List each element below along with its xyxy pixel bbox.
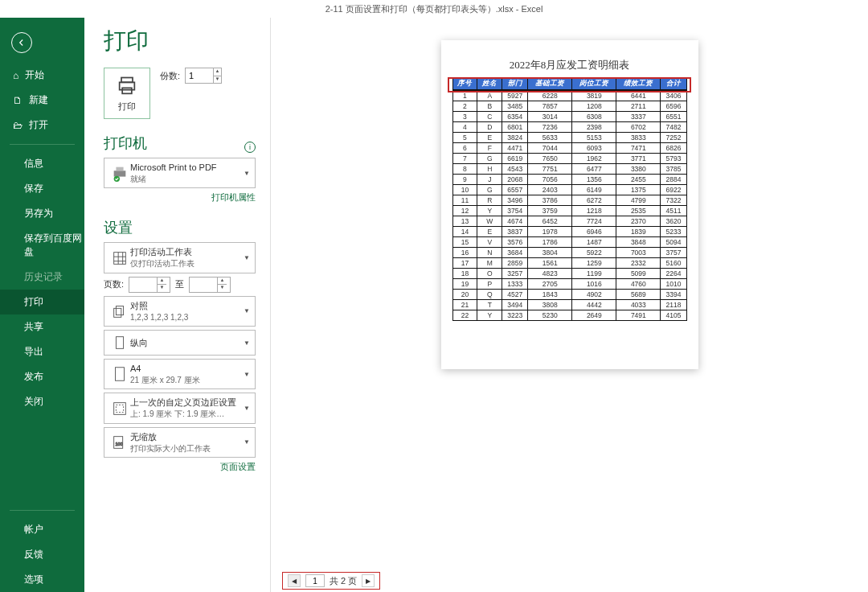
table-row: 10G65572403614913756922 — [452, 185, 686, 195]
nav-feedback[interactable]: 反馈 — [0, 542, 84, 567]
nav-start[interactable]: ⌂开始 — [0, 63, 84, 88]
print-settings-pane: 打印 打印 份数: ▲▼ 打印机 i Microsoft Print to PD… — [84, 18, 271, 592]
pager: ◀ 共 2 页 ▶ — [271, 569, 868, 592]
nav-account[interactable]: 帐户 — [0, 517, 84, 542]
nav-baidu[interactable]: 保存到百度网盘 — [0, 226, 84, 265]
scaling-dropdown[interactable]: 100 无缩放打印实际大小的工作表 ▼ — [104, 427, 256, 458]
nav-options[interactable]: 选项 — [0, 567, 84, 592]
svg-rect-11 — [114, 402, 126, 414]
scale-icon: 100 — [109, 434, 130, 451]
printer-ready-icon — [109, 164, 130, 182]
table-header: 姓名 — [477, 78, 502, 90]
sheet-title: 2022年8月应发工资明细表 — [452, 58, 687, 72]
backstage-sidebar: ⌂开始 🗋新建 🗁打开 信息 保存 另存为 保存到百度网盘 历史记录 打印 共享… — [0, 18, 84, 592]
margins-dropdown[interactable]: 上一次的自定义页边距设置上: 1.9 厘米 下: 1.9 厘米… ▼ — [104, 393, 256, 423]
copies-label: 份数: — [160, 70, 180, 82]
table-row: 20Q45271843490256893394 — [452, 290, 686, 300]
table-row: 13W46746452772423703620 — [452, 216, 686, 227]
svg-rect-6 — [114, 252, 126, 264]
pages-from[interactable]: ▲▼ — [129, 277, 170, 293]
table-row: 22Y32235230264974914105 — [452, 310, 686, 321]
table-row: 17M28591561125923325160 — [452, 258, 686, 269]
print-button[interactable]: 打印 — [104, 68, 150, 119]
copies-input[interactable] — [186, 68, 213, 83]
nav-new[interactable]: 🗋新建 — [0, 88, 84, 113]
table-row: 16N36843804592270033757 — [452, 248, 686, 258]
table-row: 8H45437751647733803785 — [452, 164, 686, 175]
table-row: 14E38371978694618395233 — [452, 227, 686, 237]
print-preview-pane: 2022年8月应发工资明细表 序号姓名部门基础工资岗位工资绩效工资合计 1A59… — [271, 18, 868, 592]
nav-saveas[interactable]: 另存为 — [0, 201, 84, 226]
table-row: 21T34943808444240332118 — [452, 300, 686, 310]
table-header: 序号 — [452, 78, 477, 90]
printer-properties-link[interactable]: 打印机属性 — [104, 191, 256, 204]
page-icon — [109, 365, 130, 383]
table-row: 6F44717044609374716826 — [452, 143, 686, 154]
page-setup-link[interactable]: 页面设置 — [104, 461, 256, 473]
svg-text:100: 100 — [116, 442, 123, 446]
orientation-dropdown[interactable]: 纵向 ▼ — [104, 330, 256, 356]
table-row: 15V35761786148738485094 — [452, 237, 686, 248]
page-title: 打印 — [104, 26, 256, 56]
sheet-icon — [109, 249, 130, 267]
nav-print[interactable]: 打印 — [0, 290, 84, 314]
home-icon: ⌂ — [13, 70, 18, 81]
folder-icon: 🗁 — [13, 120, 23, 131]
nav-open[interactable]: 🗁打开 — [0, 113, 84, 138]
nav-share[interactable]: 共享 — [0, 314, 84, 339]
section-settings: 设置 — [104, 218, 256, 237]
table-row: 18O32574823119950992264 — [452, 269, 686, 279]
table-header: 部门 — [502, 78, 528, 90]
preview-sheet: 2022年8月应发工资明细表 序号姓名部门基础工资岗位工资绩效工资合计 1A59… — [441, 40, 698, 369]
table-row: 9J20687056135624552884 — [452, 175, 686, 185]
svg-point-5 — [114, 176, 120, 182]
svg-rect-10 — [116, 368, 125, 381]
table-header: 基础工资 — [528, 78, 572, 90]
salary-table: 序号姓名部门基础工资岗位工资绩效工资合计 1A59276228381964413… — [452, 77, 687, 321]
portrait-icon — [109, 334, 130, 352]
nav-export[interactable]: 导出 — [0, 339, 84, 364]
collate-dropdown[interactable]: 对照1,2,3 1,2,3 1,2,3 ▼ — [104, 296, 256, 327]
table-row: 5E38245633515338337252 — [452, 133, 686, 143]
table-row: 12Y37543759121825354511 — [452, 206, 686, 216]
chevron-down-icon: ▼ — [244, 170, 250, 177]
table-row: 1A59276228381964413406 — [452, 91, 686, 101]
print-what-dropdown[interactable]: 打印活动工作表仅打印活动工作表 ▼ — [104, 242, 256, 273]
page-number-input[interactable] — [305, 574, 325, 587]
section-printer: 打印机 — [104, 134, 256, 153]
printer-dropdown[interactable]: Microsoft Print to PDF就绪 ▼ — [104, 158, 256, 188]
svg-rect-3 — [114, 171, 126, 176]
table-row: 3C63543014630833376551 — [452, 112, 686, 122]
nav-publish[interactable]: 发布 — [0, 364, 84, 389]
paper-size-dropdown[interactable]: A421 厘米 x 29.7 厘米 ▼ — [104, 359, 256, 389]
nav-info[interactable]: 信息 — [0, 151, 84, 176]
printer-icon — [116, 75, 138, 97]
table-row: 4D68017236239867027482 — [452, 122, 686, 133]
title-bar: 2-11 页面设置和打印（每页都打印表头等）.xlsx - Excel — [0, 0, 868, 18]
svg-rect-12 — [116, 405, 123, 412]
nav-close[interactable]: 关闭 — [0, 389, 84, 414]
table-header: 岗位工资 — [572, 78, 616, 90]
info-icon[interactable]: i — [244, 142, 256, 153]
back-button[interactable] — [11, 32, 32, 53]
next-page-button[interactable]: ▶ — [362, 574, 375, 587]
nav-history: 历史记录 — [0, 265, 84, 290]
page-total: 共 2 页 — [330, 575, 357, 587]
prev-page-button[interactable]: ◀ — [288, 574, 301, 587]
pages-to[interactable]: ▲▼ — [189, 277, 231, 293]
table-row: 7G66197650196237715793 — [452, 154, 686, 164]
collate-icon — [109, 302, 130, 320]
pages-label: 页数: — [104, 278, 124, 290]
nav-save[interactable]: 保存 — [0, 176, 84, 201]
table-header: 绩效工资 — [616, 78, 661, 90]
table-header: 合计 — [661, 78, 686, 90]
svg-rect-8 — [116, 306, 123, 314]
table-row: 2B34857857120827116596 — [452, 101, 686, 112]
copies-spinner[interactable]: ▲▼ — [185, 68, 222, 84]
svg-rect-2 — [122, 88, 132, 93]
file-icon: 🗋 — [13, 95, 23, 106]
svg-rect-7 — [114, 308, 121, 317]
margins-icon — [109, 400, 130, 417]
table-row: 11R34963786627247997322 — [452, 195, 686, 206]
svg-rect-4 — [116, 167, 123, 171]
